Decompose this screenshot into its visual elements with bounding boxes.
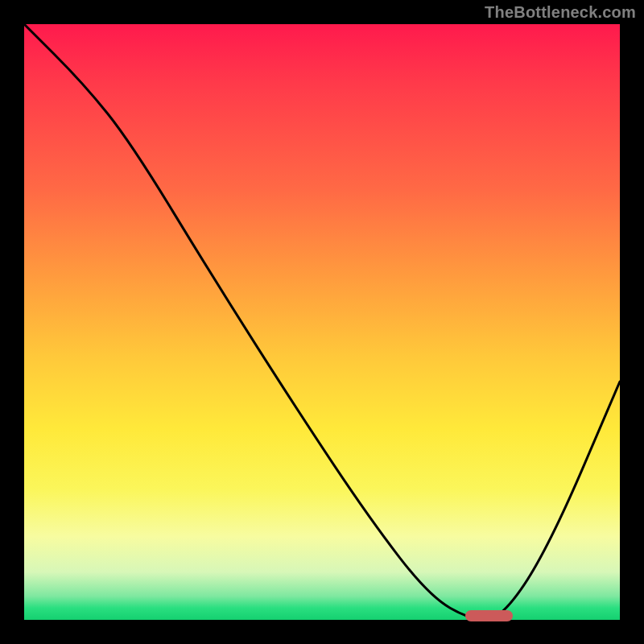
curve-path	[24, 24, 620, 620]
watermark-label: TheBottleneck.com	[485, 3, 636, 22]
plot-area	[24, 24, 620, 620]
chart-frame: TheBottleneck.com	[0, 0, 644, 644]
bottleneck-curve	[24, 24, 620, 620]
optimal-marker	[465, 610, 513, 621]
